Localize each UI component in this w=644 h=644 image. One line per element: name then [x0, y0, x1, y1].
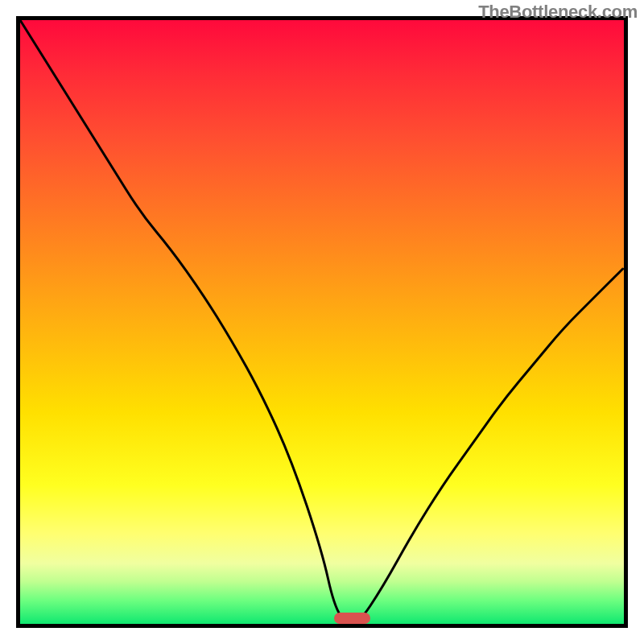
plot-area [16, 16, 628, 628]
watermark-text: TheBottleneck.com [478, 2, 638, 23]
bottleneck-curve [20, 20, 624, 624]
chart-container: TheBottleneck.com [0, 0, 644, 644]
optimal-marker [334, 613, 370, 624]
